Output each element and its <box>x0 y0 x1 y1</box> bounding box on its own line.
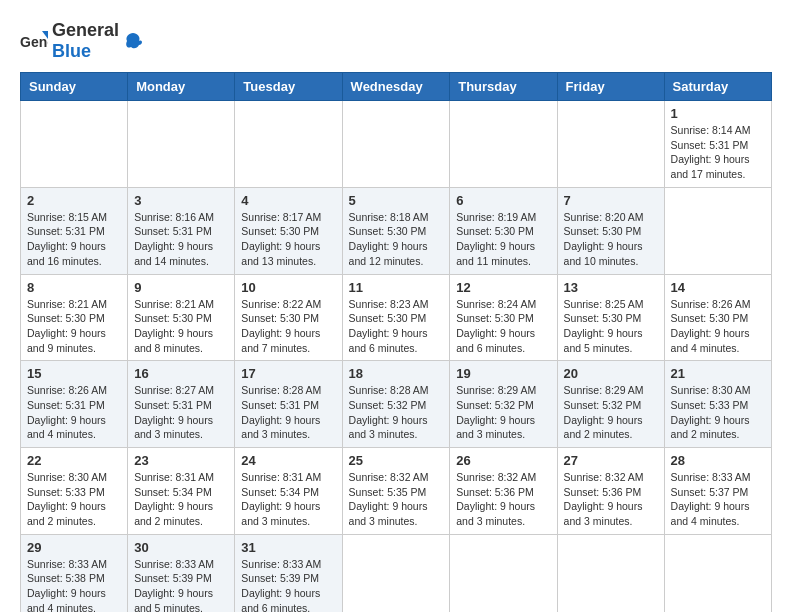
day-number: 12 <box>456 280 550 295</box>
empty-cell <box>342 534 450 612</box>
day-cell-30: 30Sunrise: 8:33 AMSunset: 5:39 PMDayligh… <box>128 534 235 612</box>
day-number: 5 <box>349 193 444 208</box>
day-info: Sunrise: 8:28 AMSunset: 5:31 PMDaylight:… <box>241 383 335 442</box>
day-info: Sunrise: 8:33 AMSunset: 5:39 PMDaylight:… <box>134 557 228 612</box>
day-cell-9: 9Sunrise: 8:21 AMSunset: 5:30 PMDaylight… <box>128 274 235 361</box>
day-info: Sunrise: 8:32 AMSunset: 5:36 PMDaylight:… <box>456 470 550 529</box>
empty-cell <box>557 101 664 188</box>
logo-general-text: General <box>52 20 119 40</box>
day-info: Sunrise: 8:33 AMSunset: 5:37 PMDaylight:… <box>671 470 765 529</box>
day-number: 17 <box>241 366 335 381</box>
calendar-week-4: 15Sunrise: 8:26 AMSunset: 5:31 PMDayligh… <box>21 361 772 448</box>
day-info: Sunrise: 8:21 AMSunset: 5:30 PMDaylight:… <box>27 297 121 356</box>
calendar-week-1: 1Sunrise: 8:14 AMSunset: 5:31 PMDaylight… <box>21 101 772 188</box>
day-cell-1: 1Sunrise: 8:14 AMSunset: 5:31 PMDaylight… <box>664 101 771 188</box>
day-info: Sunrise: 8:30 AMSunset: 5:33 PMDaylight:… <box>671 383 765 442</box>
day-cell-29: 29Sunrise: 8:33 AMSunset: 5:38 PMDayligh… <box>21 534 128 612</box>
day-cell-18: 18Sunrise: 8:28 AMSunset: 5:32 PMDayligh… <box>342 361 450 448</box>
calendar-header-tuesday: Tuesday <box>235 73 342 101</box>
day-number: 19 <box>456 366 550 381</box>
day-info: Sunrise: 8:29 AMSunset: 5:32 PMDaylight:… <box>456 383 550 442</box>
day-number: 9 <box>134 280 228 295</box>
day-number: 15 <box>27 366 121 381</box>
day-cell-26: 26Sunrise: 8:32 AMSunset: 5:36 PMDayligh… <box>450 448 557 535</box>
day-number: 26 <box>456 453 550 468</box>
day-cell-2: 2Sunrise: 8:15 AMSunset: 5:31 PMDaylight… <box>21 187 128 274</box>
empty-cell <box>128 101 235 188</box>
day-cell-10: 10Sunrise: 8:22 AMSunset: 5:30 PMDayligh… <box>235 274 342 361</box>
day-info: Sunrise: 8:26 AMSunset: 5:31 PMDaylight:… <box>27 383 121 442</box>
day-cell-14: 14Sunrise: 8:26 AMSunset: 5:30 PMDayligh… <box>664 274 771 361</box>
empty-cell <box>664 534 771 612</box>
day-info: Sunrise: 8:16 AMSunset: 5:31 PMDaylight:… <box>134 210 228 269</box>
day-cell-24: 24Sunrise: 8:31 AMSunset: 5:34 PMDayligh… <box>235 448 342 535</box>
day-info: Sunrise: 8:17 AMSunset: 5:30 PMDaylight:… <box>241 210 335 269</box>
calendar-header-thursday: Thursday <box>450 73 557 101</box>
day-cell-4: 4Sunrise: 8:17 AMSunset: 5:30 PMDaylight… <box>235 187 342 274</box>
calendar-header-friday: Friday <box>557 73 664 101</box>
day-info: Sunrise: 8:14 AMSunset: 5:31 PMDaylight:… <box>671 123 765 182</box>
day-number: 14 <box>671 280 765 295</box>
day-cell-31: 31Sunrise: 8:33 AMSunset: 5:39 PMDayligh… <box>235 534 342 612</box>
day-info: Sunrise: 8:20 AMSunset: 5:30 PMDaylight:… <box>564 210 658 269</box>
day-number: 13 <box>564 280 658 295</box>
day-info: Sunrise: 8:32 AMSunset: 5:36 PMDaylight:… <box>564 470 658 529</box>
calendar-header-sunday: Sunday <box>21 73 128 101</box>
day-info: Sunrise: 8:30 AMSunset: 5:33 PMDaylight:… <box>27 470 121 529</box>
day-number: 11 <box>349 280 444 295</box>
day-number: 29 <box>27 540 121 555</box>
day-cell-23: 23Sunrise: 8:31 AMSunset: 5:34 PMDayligh… <box>128 448 235 535</box>
logo-blue-text: Blue <box>52 41 91 61</box>
day-info: Sunrise: 8:21 AMSunset: 5:30 PMDaylight:… <box>134 297 228 356</box>
calendar-header-wednesday: Wednesday <box>342 73 450 101</box>
day-number: 6 <box>456 193 550 208</box>
day-number: 4 <box>241 193 335 208</box>
day-cell-8: 8Sunrise: 8:21 AMSunset: 5:30 PMDaylight… <box>21 274 128 361</box>
day-info: Sunrise: 8:31 AMSunset: 5:34 PMDaylight:… <box>241 470 335 529</box>
svg-text:General: General <box>20 34 48 50</box>
day-info: Sunrise: 8:19 AMSunset: 5:30 PMDaylight:… <box>456 210 550 269</box>
calendar-header-monday: Monday <box>128 73 235 101</box>
logo-bird-icon <box>123 31 143 51</box>
day-cell-27: 27Sunrise: 8:32 AMSunset: 5:36 PMDayligh… <box>557 448 664 535</box>
empty-cell <box>557 534 664 612</box>
day-info: Sunrise: 8:33 AMSunset: 5:39 PMDaylight:… <box>241 557 335 612</box>
day-info: Sunrise: 8:26 AMSunset: 5:30 PMDaylight:… <box>671 297 765 356</box>
calendar-table: SundayMondayTuesdayWednesdayThursdayFrid… <box>20 72 772 612</box>
day-cell-13: 13Sunrise: 8:25 AMSunset: 5:30 PMDayligh… <box>557 274 664 361</box>
day-number: 18 <box>349 366 444 381</box>
day-info: Sunrise: 8:31 AMSunset: 5:34 PMDaylight:… <box>134 470 228 529</box>
day-number: 28 <box>671 453 765 468</box>
day-cell-16: 16Sunrise: 8:27 AMSunset: 5:31 PMDayligh… <box>128 361 235 448</box>
day-number: 1 <box>671 106 765 121</box>
day-number: 16 <box>134 366 228 381</box>
day-number: 23 <box>134 453 228 468</box>
empty-cell <box>450 534 557 612</box>
calendar-week-6: 29Sunrise: 8:33 AMSunset: 5:38 PMDayligh… <box>21 534 772 612</box>
day-cell-20: 20Sunrise: 8:29 AMSunset: 5:32 PMDayligh… <box>557 361 664 448</box>
day-cell-12: 12Sunrise: 8:24 AMSunset: 5:30 PMDayligh… <box>450 274 557 361</box>
day-cell-17: 17Sunrise: 8:28 AMSunset: 5:31 PMDayligh… <box>235 361 342 448</box>
calendar-week-5: 22Sunrise: 8:30 AMSunset: 5:33 PMDayligh… <box>21 448 772 535</box>
day-cell-19: 19Sunrise: 8:29 AMSunset: 5:32 PMDayligh… <box>450 361 557 448</box>
empty-cell <box>450 101 557 188</box>
day-info: Sunrise: 8:15 AMSunset: 5:31 PMDaylight:… <box>27 210 121 269</box>
calendar-header-row: SundayMondayTuesdayWednesdayThursdayFrid… <box>21 73 772 101</box>
day-cell-7: 7Sunrise: 8:20 AMSunset: 5:30 PMDaylight… <box>557 187 664 274</box>
day-number: 7 <box>564 193 658 208</box>
day-number: 27 <box>564 453 658 468</box>
day-number: 25 <box>349 453 444 468</box>
page-header: General General Blue <box>20 20 772 62</box>
day-info: Sunrise: 8:23 AMSunset: 5:30 PMDaylight:… <box>349 297 444 356</box>
day-cell-6: 6Sunrise: 8:19 AMSunset: 5:30 PMDaylight… <box>450 187 557 274</box>
day-number: 3 <box>134 193 228 208</box>
day-number: 21 <box>671 366 765 381</box>
day-info: Sunrise: 8:28 AMSunset: 5:32 PMDaylight:… <box>349 383 444 442</box>
day-number: 2 <box>27 193 121 208</box>
day-info: Sunrise: 8:22 AMSunset: 5:30 PMDaylight:… <box>241 297 335 356</box>
day-info: Sunrise: 8:25 AMSunset: 5:30 PMDaylight:… <box>564 297 658 356</box>
logo-icon: General <box>20 27 48 55</box>
calendar-header-saturday: Saturday <box>664 73 771 101</box>
day-info: Sunrise: 8:24 AMSunset: 5:30 PMDaylight:… <box>456 297 550 356</box>
day-cell-22: 22Sunrise: 8:30 AMSunset: 5:33 PMDayligh… <box>21 448 128 535</box>
